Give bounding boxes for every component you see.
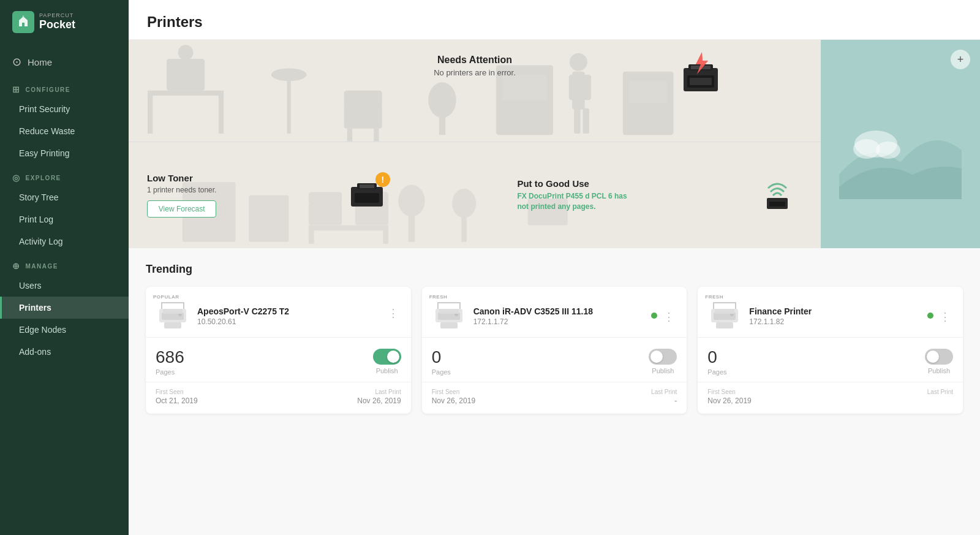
hero-needs-attention-panel: Needs Attention No printers are in error… <box>129 40 821 142</box>
svg-point-15 <box>570 53 587 71</box>
main-content: Printers <box>129 0 980 535</box>
svg-rect-17 <box>569 75 576 100</box>
sidebar-section-manage: ⊕ MANAGE <box>0 252 129 275</box>
card-toggle-container-2: Publish <box>925 349 953 374</box>
card-last-print-0: Last Print Nov 26, 2019 <box>357 389 401 405</box>
hero-deco-svg <box>839 89 962 199</box>
needs-attention-text: No printers are in error. <box>434 68 516 77</box>
put-to-use-title: Put to Good Use <box>517 178 627 189</box>
svg-rect-8 <box>344 91 382 106</box>
card-footer-1: First Seen Nov 26, 2019 Last Print - <box>422 382 687 414</box>
sidebar-item-print-log[interactable]: Print Log <box>0 208 129 230</box>
svg-rect-43 <box>355 193 379 203</box>
trending-section: Trending POPULAR <box>129 248 980 535</box>
card-first-seen-0: First Seen Oct 21, 2019 <box>156 389 198 405</box>
page-header: Printers <box>129 0 980 40</box>
card-menu-0[interactable]: ⋮ <box>385 306 401 320</box>
card-toggle-2[interactable] <box>925 349 953 365</box>
card-header-0: POPULAR <box>146 287 411 337</box>
hero-plus-button[interactable]: + <box>951 50 970 69</box>
svg-rect-36 <box>309 225 388 230</box>
wifi-printer-icon <box>758 175 796 215</box>
svg-rect-65 <box>715 309 734 314</box>
card-pages-label-2: Pages <box>707 368 913 376</box>
card-status-dot-2 <box>927 313 933 319</box>
card-printer-icon-2 <box>707 297 742 331</box>
low-toner-info: Low Toner 1 printer needs toner. View Fo… <box>147 173 216 218</box>
svg-rect-18 <box>584 75 591 100</box>
put-to-use-info: Put to Good Use FX DocuPrint P455 d PCL … <box>517 178 627 212</box>
svg-rect-16 <box>572 72 585 110</box>
put-to-use-link: FX DocuPrint P455 d PCL 6 <box>517 192 612 200</box>
card-stat-pages-1: 0 Pages <box>432 347 637 376</box>
card-footer-2: First Seen Nov 26, 2019 Last Print <box>698 382 963 414</box>
card-toggle-1[interactable] <box>649 349 677 365</box>
sidebar-item-printers[interactable]: Printers <box>0 297 129 319</box>
card-footer-0: First Seen Oct 21, 2019 Last Print Nov 2… <box>146 382 411 414</box>
toggle-thumb-1 <box>650 351 663 363</box>
card-toggle-0[interactable] <box>373 349 401 365</box>
svg-rect-19 <box>574 108 580 134</box>
card-info-1: Canon iR-ADV C3525 III 11.18 172.1.1.72 <box>473 302 644 326</box>
svg-rect-30 <box>309 202 342 225</box>
sidebar-section-explore: ◎ EXPLORE <box>0 164 129 186</box>
svg-rect-14 <box>502 75 546 100</box>
manage-icon: ⊕ <box>12 261 21 271</box>
card-status-dot-1 <box>651 313 657 319</box>
svg-rect-0 <box>148 91 224 96</box>
card-pages-label-0: Pages <box>156 368 361 376</box>
svg-rect-1 <box>148 96 153 134</box>
card-toggle-container-1: Publish <box>649 349 677 374</box>
svg-rect-3 <box>167 59 205 91</box>
sidebar-nav: ⊙ Home ⊞ CONFIGURE Print Security Reduce… <box>0 43 129 535</box>
card-printer-icon-0 <box>156 297 190 331</box>
sidebar-item-home[interactable]: ⊙ Home <box>0 48 129 76</box>
low-toner-text: 1 printer needs toner. <box>147 186 216 194</box>
logo-pocket: Pocket <box>39 19 75 31</box>
sidebar-item-edge-nodes[interactable]: Edge Nodes <box>0 319 129 341</box>
trending-title: Trending <box>146 263 963 276</box>
page-title: Printers <box>147 13 962 31</box>
svg-rect-58 <box>440 322 458 328</box>
card-stat-pages-0: 686 Pages <box>156 347 361 376</box>
hero-left: Needs Attention No printers are in error… <box>129 40 821 248</box>
svg-rect-60 <box>439 309 459 314</box>
printer-card-1: FRESH C <box>422 287 687 414</box>
card-menu-2[interactable]: ⋮ <box>937 310 953 324</box>
svg-rect-29 <box>249 195 288 241</box>
card-printer-icon-1 <box>432 297 466 331</box>
sidebar-item-story-tree[interactable]: Story Tree <box>0 186 129 208</box>
printer-card-0: POPULAR <box>146 287 411 414</box>
card-pages-label-1: Pages <box>432 368 637 376</box>
view-forecast-button[interactable]: View Forecast <box>147 200 216 218</box>
sidebar: PaperCut Pocket ⊙ Home ⊞ CONFIGURE Print… <box>0 0 129 535</box>
svg-rect-47 <box>769 202 785 207</box>
sidebar-item-add-ons[interactable]: Add-ons <box>0 341 129 363</box>
home-icon: ⊙ <box>12 55 21 69</box>
logo-text: PaperCut Pocket <box>39 13 75 31</box>
sidebar-item-easy-printing[interactable]: Easy Printing <box>0 142 129 164</box>
card-toggle-container-0: Publish <box>373 349 401 374</box>
card-info-0: ApeosPort-V C2275 T2 10.50.20.61 ⋮ <box>197 302 401 326</box>
card-header-2: FRESH F <box>698 287 963 337</box>
card-pages-value-1: 0 <box>432 347 637 367</box>
card-name-2: Finance Printer <box>749 306 812 316</box>
svg-point-12 <box>428 82 456 118</box>
card-last-print-2: Last Print <box>927 389 953 405</box>
toner-printer-icon: ! <box>347 176 386 214</box>
card-stats-2: 0 Pages Publish <box>698 338 963 382</box>
sidebar-item-activity-log[interactable]: Activity Log <box>0 230 129 252</box>
card-menu-1[interactable]: ⋮ <box>661 310 677 324</box>
card-pages-value-2: 0 <box>707 347 913 367</box>
sidebar-item-reduce-waste[interactable]: Reduce Waste <box>0 120 129 142</box>
put-to-use-text: FX DocuPrint P455 d PCL 6 has not printe… <box>517 191 627 212</box>
card-toggle-label-1: Publish <box>652 367 674 374</box>
svg-point-6 <box>271 69 307 82</box>
hero-bottom-panel: Low Toner 1 printer needs toner. View Fo… <box>129 142 821 249</box>
svg-rect-5 <box>287 78 291 134</box>
hero-section: Needs Attention No printers are in error… <box>129 40 980 248</box>
svg-rect-22 <box>629 81 667 103</box>
sidebar-item-print-security[interactable]: Print Security <box>0 98 129 120</box>
sidebar-item-users[interactable]: Users <box>0 275 129 297</box>
card-stat-pages-2: 0 Pages <box>707 347 913 376</box>
